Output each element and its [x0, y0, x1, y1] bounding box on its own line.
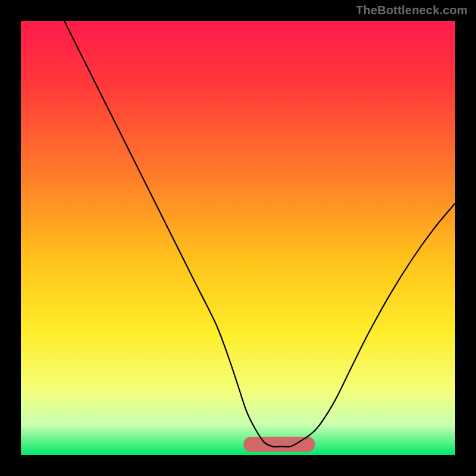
plot-area [21, 21, 455, 455]
gradient-background [21, 21, 455, 455]
watermark-text: TheBottleneck.com [356, 4, 468, 17]
chart-frame: TheBottleneck.com [0, 0, 476, 476]
chart-svg [21, 21, 455, 455]
